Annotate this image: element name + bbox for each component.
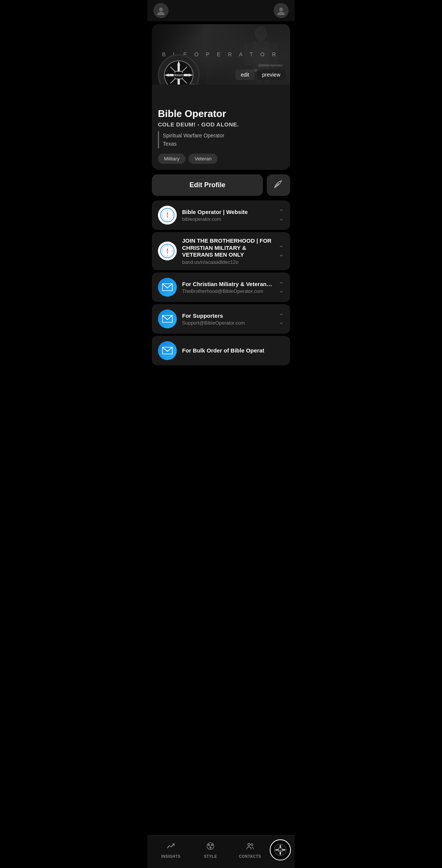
link-item-supporters[interactable]: For Supporters Support@BibleOperator.com… (152, 304, 290, 334)
link-title-website: Bible Operator | Website (182, 208, 273, 216)
chevron-icon-brotherhood: ⌃ ⌃ (278, 246, 284, 257)
top-left-avatar[interactable] (153, 3, 168, 18)
link-url-supporters: Support@BibleOperator.com (182, 320, 273, 326)
profile-tags: Military Veteran (158, 154, 284, 164)
svg-point-5 (255, 26, 267, 41)
link-item-brotherhood[interactable]: JOIN THE BROTHERHOOD | FOR CHRISTIAN MIL… (152, 232, 290, 270)
chevron-icon-website: ⌃ ⌃ (278, 209, 284, 220)
link-content-website: Bible Operator | Website bibleoperator.c… (182, 208, 273, 222)
banner-edit-button[interactable]: edit (235, 69, 255, 80)
svg-rect-48 (162, 283, 173, 291)
link-url-brotherhood: band.us/n/acaaadldec12o (182, 259, 273, 265)
email-icon-christian-military (158, 278, 177, 297)
top-right-avatar[interactable] (274, 3, 289, 18)
tag-military: Military (158, 154, 185, 164)
link-content-bulk-order: For Bulk Order of Bible Operat (182, 347, 284, 354)
bio-line-1: Spiritual Warfare Operator (163, 131, 284, 140)
profile-name: Bible Operator (158, 108, 284, 120)
links-section: Bible Operator | Website bibleoperator.c… (152, 200, 290, 334)
link-item-bulk-order[interactable]: For Bulk Order of Bible Operat (152, 336, 290, 365)
link-item-website[interactable]: Bible Operator | Website bibleoperator.c… (152, 200, 290, 230)
svg-point-1 (159, 8, 163, 11)
banner-preview-button[interactable]: preview (257, 69, 286, 80)
link-title-bulk-order: For Bulk Order of Bible Operat (182, 347, 284, 354)
chevron-icon-christian-military: ⌃ ⌃ (278, 282, 284, 293)
svg-point-3 (279, 8, 283, 11)
profile-card: B L E O P E R A T O R @BibleOperator www… (152, 24, 290, 170)
avatar-wrapper: OPERATOR (158, 54, 199, 85)
link-content-supporters: For Supporters Support@BibleOperator.com (182, 312, 273, 326)
link-content-brotherhood: JOIN THE BROTHERHOOD | FOR CHRISTIAN MIL… (182, 237, 273, 265)
avatar[interactable]: OPERATOR (158, 54, 199, 85)
link-title-christian-military: For Christian Miliatry & Veterans Men (182, 280, 273, 288)
profile-info: Bible Operator COLE DEUM! - GOD ALONE. S… (152, 85, 290, 170)
action-row: Edit Profile (152, 174, 290, 196)
link-url-website: bibleoperator.com (182, 216, 273, 222)
edit-preview-buttons: edit preview (235, 69, 286, 80)
edit-profile-button[interactable]: Edit Profile (152, 174, 263, 196)
top-bar (147, 0, 295, 21)
link-title-brotherhood: JOIN THE BROTHERHOOD | FOR CHRISTIAN MIL… (182, 237, 273, 259)
profile-banner: B L E O P E R A T O R @BibleOperator www… (152, 24, 290, 85)
link-content-christian-military: For Christian Miliatry & Veterans Men Th… (182, 280, 273, 294)
svg-text:OPERATOR: OPERATOR (171, 74, 186, 77)
safari-icon-brotherhood (158, 242, 177, 260)
profile-bio: Spiritual Warfare Operator Texas (158, 131, 284, 148)
link-url-christian-military: TheBrotherhood@BibleOperator.com (182, 288, 273, 294)
email-icon-supporters (158, 309, 177, 328)
leaf-icon (273, 179, 284, 191)
bio-line-2: Texas (163, 140, 284, 148)
chevron-icon-supporters: ⌃ ⌃ (278, 314, 284, 325)
profile-tagline: COLE DEUM! - GOD ALONE. (158, 121, 284, 128)
share-button[interactable] (267, 174, 290, 196)
tag-veteran: Veteran (189, 154, 218, 164)
safari-icon-website (158, 206, 177, 225)
email-icon-bulk-order (158, 341, 177, 360)
link-item-christian-military[interactable]: For Christian Miliatry & Veterans Men Th… (152, 272, 290, 302)
link-title-supporters: For Supporters (182, 312, 273, 320)
